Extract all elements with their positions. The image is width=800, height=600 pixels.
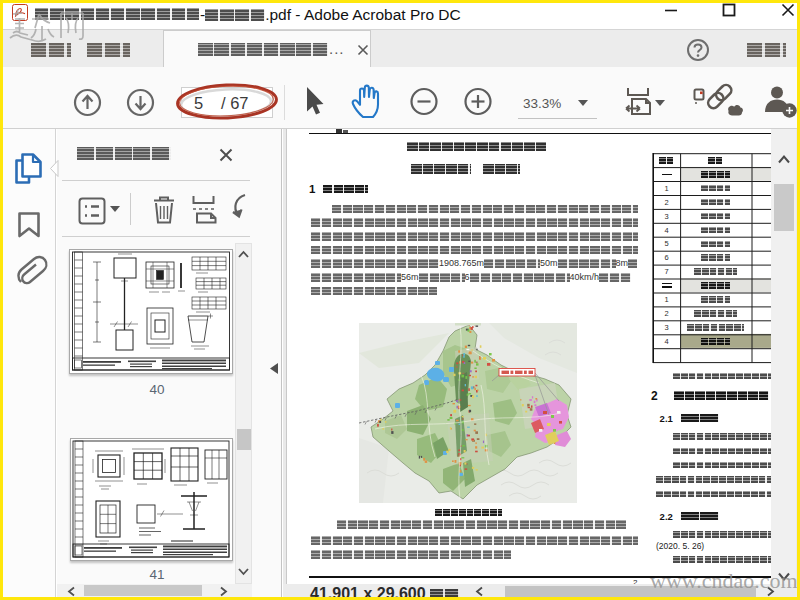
svg-text:/ 67: / 67 [221,94,249,112]
svg-text:5: 5 [194,94,203,112]
svg-text:33.3%: 33.3% [523,96,561,111]
